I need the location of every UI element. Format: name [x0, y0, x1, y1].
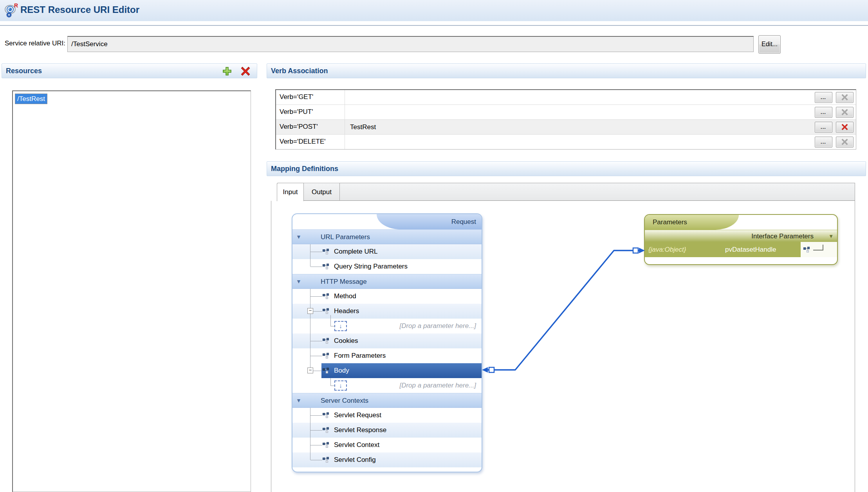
element-icon [322, 338, 329, 344]
element-icon [322, 442, 329, 448]
table-row: Verb='PUT' ... [276, 105, 856, 120]
element-icon [322, 308, 329, 314]
service-uri-label: Service relative URI: [5, 40, 65, 47]
tree-line [313, 311, 322, 312]
tree-line [330, 315, 331, 319]
remove-association-button[interactable] [836, 92, 854, 103]
collapse-triangle-icon[interactable]: ▼ [296, 393, 301, 408]
collapse-triangle-icon[interactable]: ▼ [296, 230, 301, 244]
table-row: Verb='POST' TestRest ... [276, 120, 856, 135]
drop-target[interactable]: ↓ [334, 380, 347, 391]
tree-line [310, 452, 310, 460]
plus-icon [222, 66, 232, 76]
delete-x-icon [841, 124, 848, 130]
parameters-panel: Parameters Interface Parameters ▼ {java:… [644, 214, 838, 265]
resources-list[interactable]: /TestRest [12, 90, 251, 492]
tree-group-http-message[interactable]: ▼ HTTP Message [292, 274, 482, 289]
browse-resource-button[interactable]: ... [815, 92, 832, 103]
parameter-row[interactable]: {java:Object} pvDatasetHandle [645, 242, 837, 257]
rest-resource-uri-editor: R REST Resource URI Editor Service relat… [0, 0, 868, 492]
resource-list-item[interactable]: /TestRest [15, 94, 47, 104]
drop-target[interactable]: ↓ [334, 321, 347, 331]
page-title: REST Resource URI Editor [20, 4, 139, 15]
mapping-tab-bar: Input Output [277, 183, 855, 201]
tree-line [310, 356, 322, 356]
edit-button[interactable]: Edit... [758, 35, 781, 54]
browse-resource-button[interactable]: ... [815, 122, 832, 133]
parameter-type: {java:Object} [648, 242, 686, 257]
mapping-definitions-title: Mapping Definitions [271, 162, 338, 176]
tree-item-query-string-parameters[interactable]: Query String Parameters [292, 259, 482, 274]
browse-resource-button[interactable]: ... [815, 107, 832, 118]
tree-line [310, 460, 322, 460]
table-row: Verb='GET' ... [276, 90, 856, 105]
verb-association-table: Verb='GET' ... Verb='PUT' ... Verb='POST… [275, 89, 856, 150]
tree-line [310, 445, 322, 445]
parameter-name: pvDatasetHandle [725, 242, 776, 257]
tab-input[interactable]: Input [277, 183, 304, 201]
ellipsis-icon: ... [821, 96, 826, 99]
tree-line [310, 252, 322, 252]
resource-cell: TestRest [345, 123, 813, 131]
tree-line [310, 259, 310, 267]
tree-line [310, 430, 322, 431]
delete-x-icon [241, 67, 250, 76]
tree-item-body-selected[interactable]: − Body [292, 363, 482, 378]
tab-output[interactable]: Output [304, 183, 340, 201]
element-icon [322, 427, 329, 433]
interface-parameters-header[interactable]: Interface Parameters ▼ [645, 230, 837, 242]
request-tab: Request [377, 214, 482, 229]
verb-association-title: Verb Association [271, 64, 328, 78]
ellipsis-icon: ... [821, 125, 826, 129]
ellipsis-icon: ... [821, 140, 826, 144]
request-tree-panel: Request ▼ URL Parameters Complete URL Qu… [292, 213, 482, 472]
header-divider [0, 25, 868, 26]
delete-x-icon-disabled [841, 94, 848, 101]
tree-line [310, 341, 322, 341]
resources-section-header: Resources [2, 63, 257, 78]
request-tab-label: Request [451, 214, 476, 229]
collapse-minus-icon[interactable]: − [307, 368, 313, 373]
remove-association-button[interactable] [836, 137, 854, 148]
remove-association-button[interactable] [836, 122, 854, 133]
verb-cell: Verb='POST' [276, 120, 345, 134]
tree-group-url-parameters[interactable]: ▼ URL Parameters [292, 229, 482, 244]
tree-line [310, 267, 322, 267]
tree-line [310, 296, 322, 297]
tree-item-servlet-request[interactable]: Servlet Request [292, 408, 482, 423]
tree-item-servlet-config[interactable]: Servlet Config [292, 452, 482, 467]
element-icon [322, 263, 329, 270]
collapse-triangle-icon[interactable]: ▼ [828, 230, 834, 242]
tree-item-method[interactable]: Method [292, 289, 482, 304]
drop-placeholder-text: [Drop a parameter here...] [399, 378, 476, 393]
drop-placeholder-text: [Drop a parameter here...] [399, 319, 476, 333]
tree-item-complete-url[interactable]: Complete URL [292, 244, 482, 259]
verb-cell: Verb='DELETE' [276, 135, 345, 149]
table-row: Verb='DELETE' ... [276, 135, 856, 149]
svg-text:R: R [14, 3, 18, 9]
collapse-minus-icon[interactable]: − [307, 308, 313, 314]
delete-resource-button[interactable] [240, 66, 251, 76]
delete-x-icon-disabled [841, 139, 848, 145]
tree-item-headers[interactable]: − Headers [292, 304, 482, 319]
title-banner: R REST Resource URI Editor [0, 0, 868, 21]
drop-target-row: ↓ [Drop a parameter here...] [292, 319, 482, 333]
rest-editor-app-icon: R [5, 3, 19, 18]
tree-item-servlet-response[interactable]: Servlet Response [292, 423, 482, 438]
browse-resource-button[interactable]: ... [815, 137, 832, 148]
tree-item-form-parameters[interactable]: Form Parameters [292, 348, 482, 363]
tree-item-servlet-context[interactable]: Servlet Context [292, 438, 482, 452]
tree-item-cookies[interactable]: Cookies [292, 333, 482, 348]
element-icon [322, 412, 329, 418]
tree-line [330, 319, 334, 326]
add-resource-button[interactable] [222, 66, 233, 76]
service-uri-input[interactable]: /TestService [67, 36, 754, 52]
element-icon [322, 368, 329, 374]
remove-association-button[interactable] [836, 107, 854, 118]
parameter-mapping-cell[interactable] [801, 242, 837, 257]
tree-group-server-contexts[interactable]: ▼ Server Contexts [292, 393, 482, 408]
verb-association-section-header: Verb Association [267, 63, 866, 78]
tree-line [310, 415, 322, 416]
collapse-triangle-icon[interactable]: ▼ [296, 274, 301, 289]
element-icon [322, 353, 329, 359]
